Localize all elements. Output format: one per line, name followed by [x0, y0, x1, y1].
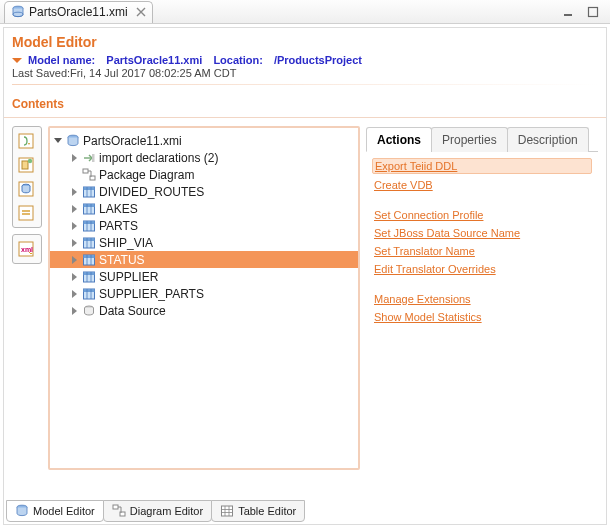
table-icon	[82, 287, 96, 301]
chevron-right-icon[interactable]	[68, 220, 80, 232]
tool-model-props-icon[interactable]	[15, 178, 37, 200]
tree-item[interactable]: SUPPLIER_PARTS	[50, 285, 358, 302]
tree-item-label: import declarations (2)	[99, 151, 218, 165]
model-tree[interactable]: PartsOracle11.xmi import declarations (2…	[48, 126, 360, 470]
chevron-right-icon[interactable]	[68, 271, 80, 283]
tree-item[interactable]: DIVIDED_ROUTES	[50, 183, 358, 200]
tree-item-label: SHIP_VIA	[99, 236, 153, 250]
tree-item-label: STATUS	[99, 253, 145, 267]
bottom-tab-table-editor[interactable]: Table Editor	[211, 500, 305, 522]
chevron-right-icon[interactable]	[68, 254, 80, 266]
tab-description[interactable]: Description	[507, 127, 589, 152]
tree-item[interactable]: STATUS	[50, 251, 358, 268]
action-manage-extensions[interactable]: Manage Extensions	[372, 292, 592, 306]
chevron-right-icon[interactable]	[68, 152, 80, 164]
svg-rect-17	[83, 169, 88, 173]
tree-item[interactable]: Package Diagram	[50, 166, 358, 183]
tree-item-label: Package Diagram	[99, 168, 194, 182]
svg-rect-16	[92, 154, 95, 162]
action-export-teiid-ddl[interactable]: Export Teiid DDL	[372, 158, 592, 174]
svg-rect-37	[222, 506, 233, 516]
table-icon	[220, 504, 234, 518]
tree-item[interactable]: SUPPLIER	[50, 268, 358, 285]
toolbox: xml	[12, 126, 42, 470]
last-saved: Last Saved:Fri, 14 Jul 2017 08:02:25 AM …	[12, 67, 598, 79]
svg-rect-3	[589, 7, 598, 16]
bottom-editor-tabs: Model Editor Diagram Editor Table Editor	[6, 500, 304, 522]
model-file-icon	[15, 504, 29, 518]
svg-rect-30	[84, 272, 95, 275]
tree-item[interactable]: import declarations (2)	[50, 149, 358, 166]
table-icon	[82, 236, 96, 250]
maximize-icon[interactable]	[586, 5, 600, 19]
model-name-value: PartsOracle11.xmi	[106, 54, 202, 66]
svg-rect-26	[84, 238, 95, 241]
action-set-jboss-ds[interactable]: Set JBoss Data Source Name	[372, 226, 592, 240]
tree-item[interactable]: PARTS	[50, 217, 358, 234]
table-icon	[82, 253, 96, 267]
model-file-icon	[11, 5, 25, 19]
window-controls	[562, 5, 606, 19]
editor-pane: Model Editor Model name: PartsOracle11.x…	[3, 27, 607, 525]
tree-item-label: PARTS	[99, 219, 138, 233]
tab-actions[interactable]: Actions	[366, 127, 432, 152]
tree-item[interactable]: LAKES	[50, 200, 358, 217]
right-panel: Actions Properties Description Export Te…	[366, 126, 598, 470]
svg-rect-20	[84, 187, 95, 190]
chevron-right-icon[interactable]	[68, 169, 80, 181]
chevron-down-icon	[12, 58, 22, 63]
tool-run-icon[interactable]	[15, 130, 37, 152]
action-show-model-statistics[interactable]: Show Model Statistics	[372, 310, 592, 324]
datasource-icon	[82, 304, 96, 318]
action-create-vdb[interactable]: Create VDB	[372, 178, 592, 192]
svg-rect-12	[22, 213, 30, 215]
svg-rect-11	[22, 210, 30, 212]
model-info-row[interactable]: Model name: PartsOracle11.xmi Location: …	[12, 54, 598, 66]
model-location-label: Location:	[213, 54, 263, 66]
table-icon	[82, 270, 96, 284]
tree-item-label: SUPPLIER_PARTS	[99, 287, 204, 301]
bottom-tab-label: Model Editor	[33, 505, 95, 517]
file-tab[interactable]: PartsOracle11.xmi	[4, 1, 153, 23]
svg-rect-6	[22, 161, 28, 169]
tree-item[interactable]: Data Source	[50, 302, 358, 319]
svg-rect-4	[19, 134, 33, 148]
tool-xml-icon[interactable]: xml	[15, 238, 37, 260]
tree-item[interactable]: SHIP_VIA	[50, 234, 358, 251]
actions-body: Export Teiid DDL Create VDB Set Connecti…	[366, 152, 598, 330]
chevron-down-icon[interactable]	[52, 135, 64, 147]
tree-item-label: SUPPLIER	[99, 270, 158, 284]
action-set-connection-profile[interactable]: Set Connection Profile	[372, 208, 592, 222]
minimize-icon[interactable]	[562, 5, 576, 19]
diagram-icon	[112, 504, 126, 518]
bottom-tab-model-editor[interactable]: Model Editor	[6, 500, 104, 522]
tree-root[interactable]: PartsOracle11.xmi	[50, 132, 358, 149]
chevron-right-icon[interactable]	[68, 203, 80, 215]
chevron-right-icon[interactable]	[68, 288, 80, 300]
last-saved-value: Fri, 14 Jul 2017 08:02:25 AM CDT	[70, 67, 236, 79]
action-set-translator-name[interactable]: Set Translator Name	[372, 244, 592, 258]
svg-rect-35	[113, 505, 118, 509]
last-saved-label: Last Saved:	[12, 67, 70, 79]
action-edit-translator-overrides[interactable]: Edit Translator Overrides	[372, 262, 592, 276]
tree-item-label: DIVIDED_ROUTES	[99, 185, 204, 199]
chevron-right-icon[interactable]	[68, 186, 80, 198]
file-tab-label: PartsOracle11.xmi	[29, 5, 128, 19]
tool-objects-icon[interactable]	[15, 202, 37, 224]
svg-text:xml: xml	[21, 246, 33, 253]
tab-properties[interactable]: Properties	[431, 127, 508, 152]
svg-rect-24	[84, 221, 95, 224]
contents-section-label: Contents	[4, 95, 606, 118]
tree-item-label: LAKES	[99, 202, 138, 216]
chevron-right-icon[interactable]	[68, 305, 80, 317]
tree-item-label: Data Source	[99, 304, 166, 318]
model-location-value: /ProductsProject	[274, 54, 362, 66]
right-tabs: Actions Properties Description	[366, 126, 598, 152]
close-icon[interactable]	[136, 7, 146, 17]
bottom-tab-diagram-editor[interactable]: Diagram Editor	[103, 500, 212, 522]
table-icon	[82, 219, 96, 233]
tool-new-model-icon[interactable]	[15, 154, 37, 176]
chevron-right-icon[interactable]	[68, 237, 80, 249]
table-icon	[82, 202, 96, 216]
table-icon	[82, 185, 96, 199]
